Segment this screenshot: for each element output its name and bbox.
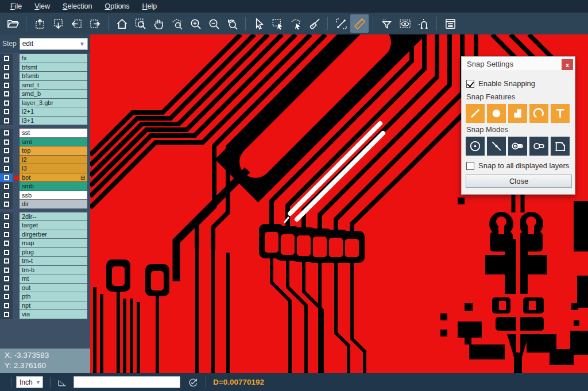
layer-visibility-checkbox[interactable]	[0, 138, 13, 147]
snap-text-button[interactable]	[551, 104, 570, 123]
layer-visibility-checkbox[interactable]	[0, 191, 13, 200]
layer-name[interactable]: smd_b	[20, 90, 87, 99]
pan-button[interactable]	[149, 14, 168, 33]
layer-row-bfsmb[interactable]: bfsmb	[0, 72, 90, 81]
layer-row-pth[interactable]: pth	[0, 292, 90, 301]
layer-row-ssb[interactable]: ssb	[0, 191, 90, 200]
filter-button[interactable]	[377, 14, 396, 33]
all-layers-checkbox[interactable]	[466, 162, 474, 170]
layer-row-dirgerber[interactable]: dirgerber	[0, 230, 90, 239]
layer-row-npt[interactable]: npt	[0, 301, 90, 311]
menu-view[interactable]: View	[29, 1, 56, 11]
snap-surface-button[interactable]	[508, 104, 527, 123]
layer-name[interactable]: target	[20, 221, 87, 230]
layer-visibility-checkbox[interactable]	[0, 156, 13, 165]
layer-row-smd_b[interactable]: smd_b	[0, 90, 90, 99]
layer-name[interactable]: top	[20, 146, 87, 156]
import-top-button[interactable]	[30, 14, 49, 33]
layer-visibility-checkbox[interactable]	[0, 164, 13, 173]
layer-visibility-checkbox[interactable]	[0, 129, 13, 138]
home-view-button[interactable]	[113, 14, 131, 33]
layer-visibility-checkbox[interactable]	[0, 230, 13, 239]
layer-row-layer_3.gbr[interactable]: layer_3.gbr	[0, 99, 90, 108]
layer-name[interactable]: dir	[20, 200, 87, 209]
layer-name[interactable]: map	[20, 239, 87, 248]
layer-name[interactable]: l3	[20, 164, 87, 173]
layer-name[interactable]: l3+1	[20, 117, 87, 126]
layer-name[interactable]: tm-b	[20, 266, 87, 275]
layer-row-bot[interactable]: bot⊞	[0, 173, 90, 183]
layer-name[interactable]: 2dir--	[20, 212, 87, 222]
layer-row-sst[interactable]: sst	[0, 129, 90, 138]
zoom-previous-button[interactable]	[223, 14, 241, 33]
import-right-button[interactable]	[86, 14, 104, 33]
layer-row-l3+1[interactable]: l3+1	[0, 117, 90, 126]
layer-row-mt[interactable]: mt	[0, 274, 90, 284]
unit-dropdown[interactable]: Inch ▼	[16, 376, 43, 388]
layer-visibility-checkbox[interactable]	[0, 239, 13, 248]
layer-name[interactable]: sst	[20, 129, 87, 138]
layer-name[interactable]: mt	[20, 274, 87, 284]
enable-snapping-checkbox[interactable]	[466, 80, 474, 88]
layer-visibility-checkbox[interactable]	[0, 72, 13, 81]
layer-visibility-checkbox[interactable]	[0, 107, 13, 117]
menu-help[interactable]: Help	[137, 1, 163, 11]
select-rectangle-button[interactable]	[268, 14, 287, 33]
open-file-button[interactable]	[3, 14, 22, 33]
layer-visibility-checkbox[interactable]	[0, 90, 13, 99]
command-input[interactable]	[74, 376, 180, 388]
layer-visibility-checkbox[interactable]	[0, 292, 13, 301]
layer-visibility-checkbox[interactable]	[0, 146, 13, 156]
layer-visibility-checkbox[interactable]	[0, 99, 13, 108]
layer-row-l2+1[interactable]: l2+1	[0, 107, 90, 117]
menu-file[interactable]: File	[5, 1, 28, 11]
zoom-out-button[interactable]	[204, 14, 223, 33]
layer-row-smd_t[interactable]: smd_t	[0, 81, 90, 90]
measure-ruler-button[interactable]	[350, 14, 369, 33]
layer-name[interactable]: pth	[20, 292, 87, 301]
layer-visibility-checkbox[interactable]	[0, 266, 13, 275]
dialog-close-icon[interactable]: x	[562, 59, 573, 70]
select-polygon-button[interactable]	[287, 14, 305, 33]
snap-center-button[interactable]	[466, 137, 485, 156]
menu-options[interactable]: Options	[99, 1, 135, 11]
layer-row-map[interactable]: map	[0, 239, 90, 248]
layer-row-bfsmt[interactable]: bfsmt	[0, 63, 90, 72]
import-bottom-button[interactable]	[49, 14, 67, 33]
layer-visibility-checkbox[interactable]	[0, 117, 13, 126]
layer-name[interactable]: ssb	[20, 191, 87, 200]
layer-name[interactable]: l2	[20, 156, 87, 165]
select-button[interactable]	[250, 14, 268, 33]
layer-name[interactable]: npt	[20, 301, 87, 311]
import-left-button[interactable]	[67, 14, 86, 33]
layer-visibility-checkbox[interactable]	[0, 182, 13, 191]
layer-visibility-checkbox[interactable]	[0, 212, 13, 222]
layer-name[interactable]: l2+1	[20, 107, 87, 117]
layer-row-l3[interactable]: l3	[0, 164, 90, 173]
snap-vertex-button[interactable]	[551, 137, 570, 156]
menu-selection[interactable]: Selection	[57, 1, 98, 11]
layer-name[interactable]: smt	[20, 138, 87, 147]
layer-row-top[interactable]: top	[0, 146, 90, 156]
layer-name[interactable]: smb	[20, 182, 87, 191]
layer-visibility-checkbox[interactable]	[0, 248, 13, 257]
layer-visibility-checkbox[interactable]	[0, 301, 13, 311]
zoom-window-button[interactable]	[131, 14, 149, 33]
layer-name[interactable]: bot⊞	[20, 173, 87, 183]
snap-pad-entry-button[interactable]	[508, 137, 527, 156]
layer-row-out[interactable]: out	[0, 284, 90, 293]
snap-closest-button[interactable]	[487, 137, 506, 156]
snap-pad-exit-button[interactable]	[529, 137, 548, 156]
layer-visibility-checkbox[interactable]	[0, 54, 13, 63]
layer-row-fx[interactable]: fx	[0, 54, 90, 63]
layer-visibility-checkbox[interactable]	[0, 221, 13, 230]
layer-visibility-checkbox[interactable]	[0, 257, 13, 266]
layer-name[interactable]: bfsmb	[20, 72, 87, 81]
layer-name[interactable]: tm-t	[20, 257, 87, 266]
snap-line-button[interactable]	[466, 104, 485, 123]
layer-visibility-checkbox[interactable]	[0, 200, 13, 209]
view-options-button[interactable]	[396, 14, 414, 33]
dialog-close-button[interactable]: Close	[466, 175, 572, 188]
layer-row-tm-b[interactable]: tm-b	[0, 266, 90, 275]
layer-name[interactable]: layer_3.gbr	[20, 99, 87, 108]
